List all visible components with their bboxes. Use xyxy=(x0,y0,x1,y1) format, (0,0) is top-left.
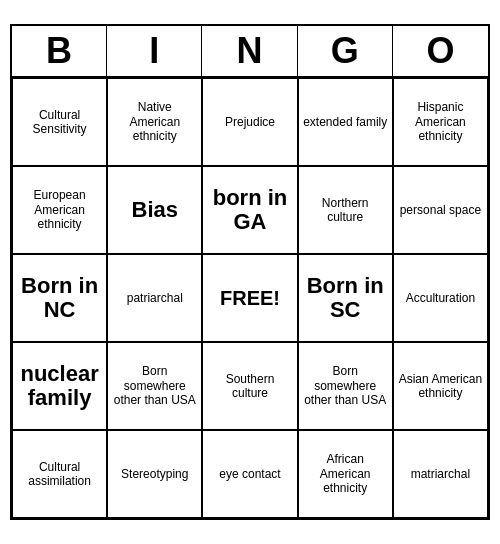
bingo-cell-6[interactable]: Bias xyxy=(107,166,202,254)
header-letter-o: O xyxy=(393,26,488,76)
header-letter-g: G xyxy=(298,26,393,76)
bingo-cell-0[interactable]: Cultural Sensitivity xyxy=(12,78,107,166)
bingo-cell-8[interactable]: Northern culture xyxy=(298,166,393,254)
bingo-cell-2[interactable]: Prejudice xyxy=(202,78,297,166)
bingo-cell-15[interactable]: nuclear family xyxy=(12,342,107,430)
bingo-cell-11[interactable]: patriarchal xyxy=(107,254,202,342)
bingo-cell-14[interactable]: Acculturation xyxy=(393,254,488,342)
bingo-cell-3[interactable]: extended family xyxy=(298,78,393,166)
bingo-cell-12[interactable]: FREE! xyxy=(202,254,297,342)
bingo-cell-20[interactable]: Cultural assimilation xyxy=(12,430,107,518)
bingo-cell-7[interactable]: born in GA xyxy=(202,166,297,254)
bingo-cell-13[interactable]: Born in SC xyxy=(298,254,393,342)
bingo-cell-17[interactable]: Southern culture xyxy=(202,342,297,430)
bingo-cell-23[interactable]: African American ethnicity xyxy=(298,430,393,518)
header-letter-b: B xyxy=(12,26,107,76)
bingo-cell-5[interactable]: European American ethnicity xyxy=(12,166,107,254)
bingo-cell-9[interactable]: personal space xyxy=(393,166,488,254)
bingo-cell-22[interactable]: eye contact xyxy=(202,430,297,518)
header-letter-n: N xyxy=(202,26,297,76)
header-letter-i: I xyxy=(107,26,202,76)
bingo-cell-16[interactable]: Born somewhere other than USA xyxy=(107,342,202,430)
bingo-grid: Cultural SensitivityNative American ethn… xyxy=(12,78,488,518)
bingo-cell-1[interactable]: Native American ethnicity xyxy=(107,78,202,166)
bingo-cell-18[interactable]: Born somewhere other than USA xyxy=(298,342,393,430)
bingo-cell-19[interactable]: Asian American ethnicity xyxy=(393,342,488,430)
bingo-cell-24[interactable]: matriarchal xyxy=(393,430,488,518)
bingo-header: BINGO xyxy=(12,26,488,78)
bingo-cell-4[interactable]: Hispanic American ethnicity xyxy=(393,78,488,166)
bingo-card: BINGO Cultural SensitivityNative America… xyxy=(10,24,490,520)
bingo-cell-10[interactable]: Born in NC xyxy=(12,254,107,342)
bingo-cell-21[interactable]: Stereotyping xyxy=(107,430,202,518)
